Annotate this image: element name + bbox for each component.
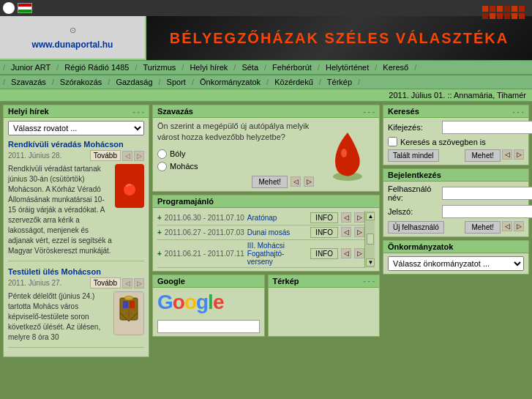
prog-arr-r-1[interactable]: ▷ (354, 212, 364, 223)
bej-mehet-group: Mehet! ◁ ▷ (465, 221, 524, 234)
svg-point-8 (341, 149, 347, 157)
google-title: Google (157, 277, 185, 286)
site-url: www.dunaportal.hu (32, 40, 113, 50)
onkormanyzatok-header: Önkormányzatok (383, 241, 528, 253)
radio-boly-input[interactable] (157, 149, 167, 159)
bej-mehet-btn[interactable]: Mehet! (465, 221, 501, 234)
news-date-2: 2011. Június 27. Tovább ◁ ▷ (8, 277, 144, 288)
bej-jelszo-input[interactable] (442, 205, 532, 218)
nav-feherboru[interactable]: Fehérborút (268, 62, 316, 72)
radio-mohacs-label: Mohács (170, 162, 198, 171)
arrow-right-2[interactable]: ▷ (134, 278, 144, 288)
nav-terkep[interactable]: Térkép (323, 77, 356, 87)
tovabb-btn-2[interactable]: Tovább (90, 277, 121, 288)
banner-text: BÉLYEGZŐHÁZAK SZÉLES VÁLASZTÉKA (170, 30, 509, 47)
programajanlо-title: Programajánló (157, 197, 214, 206)
prog-wrapper: + 2011.06.30 - 2011.07.10 Aratónap INFO … (157, 211, 375, 268)
nav-helyi-hirek[interactable]: Helyi hírek (185, 62, 232, 72)
svg-rect-3 (130, 301, 135, 308)
prog-arr-l-2[interactable]: ◁ (341, 227, 351, 237)
bejelentkezes-title: Bejelentkezés (388, 171, 441, 179)
bej-btn-row: Új felhasználó Mehet! ◁ ▷ (388, 221, 524, 234)
prog-title-2[interactable]: Dunai mosás (247, 228, 307, 236)
news-title-2[interactable]: Testületi ülés Mohácson (8, 267, 144, 276)
bej-arr-l[interactable]: ◁ (502, 221, 512, 231)
news-text-1: Rendkívüli véradást tartanak június 30-á… (8, 164, 112, 256)
onkormanyzatok-select[interactable]: Válassz önkormányzatot ... (388, 256, 524, 271)
prog-dates-2: 2011.06.27 - 2011.07.03 (165, 228, 244, 236)
prog-info-btn-3[interactable]: INFO (310, 248, 338, 259)
date-bar: 2011. Július 01. :: Annamária, Tihamér (0, 89, 532, 102)
kereses-arr-r[interactable]: ▷ (514, 149, 524, 160)
arrow-left-1[interactable]: ◁ (122, 151, 132, 161)
szavazas-decorative-svg (322, 125, 373, 184)
blood-image (115, 164, 144, 208)
prog-arr-l-3[interactable]: ◁ (341, 248, 351, 258)
kereses-szoveg-label: Keresés a szövegben is (400, 138, 486, 146)
szavazas-header: Szavazás - - - (153, 105, 379, 118)
middle-column: Szavazás - - - Ön szerint a megépülő új … (152, 105, 380, 357)
prog-dates-3: 2011.06.21 - 2011.07.11 (165, 250, 244, 258)
programajanlо-body: + 2011.06.30 - 2011.07.10 Aratónap INFO … (153, 208, 379, 271)
google-body: Google (153, 288, 264, 336)
kereses-mehet-btn[interactable]: Mehet! (465, 149, 501, 162)
bej-label-jelszo: Jelszó: (388, 207, 439, 216)
bejelentkezes-body: Felhasználó név: Jelszó: Új felhasználó … (383, 182, 528, 236)
prog-info-btn-1[interactable]: INFO (310, 212, 338, 223)
section-select[interactable]: Válassz rovatot ... (8, 121, 144, 135)
prog-title-1[interactable]: Aratónap (247, 214, 307, 222)
nav-gazdasag[interactable]: Gazdaság (111, 77, 157, 87)
system-bar (0, 0, 532, 16)
nav-radio[interactable]: Régió Rádió 1485 (60, 62, 133, 72)
google-search-input[interactable] (157, 320, 260, 333)
bej-arr-r[interactable]: ▷ (514, 221, 524, 231)
nav-kozerdeku[interactable]: Közérdekű (270, 77, 318, 87)
radio-mohacs-input[interactable] (157, 162, 167, 171)
prog-dates-1: 2011.06.30 - 2011.07.10 (165, 214, 244, 222)
szavazas-panel: Szavazás - - - Ön szerint a megépülő új … (152, 105, 380, 192)
nav-kereso[interactable]: Kereső (378, 62, 413, 72)
news-title-1[interactable]: Rendkívüli véradás Mohácson (8, 140, 144, 149)
kereses-mehet-group: Mehet! ◁ ▷ (465, 149, 524, 162)
kereses-arr-l[interactable]: ◁ (502, 149, 512, 160)
helyi-hirek-header: Helyi hírek - - - (4, 105, 149, 118)
tovabb-btn-1[interactable]: Tovább (90, 150, 121, 161)
nav-szavazas[interactable]: Szavazás (7, 77, 50, 87)
terkep-dots: - - - (363, 277, 375, 285)
nav-szorakozas[interactable]: Szórakozás (56, 77, 106, 87)
arrow-right-1[interactable]: ▷ (134, 151, 144, 161)
szavazas-arrow-r[interactable]: ▷ (304, 176, 314, 187)
nav-onkormanyzatok[interactable]: Önkormányzatok (195, 77, 265, 87)
szavazas-mehet-btn[interactable]: Mehet! (252, 176, 288, 188)
kereses-label-kif: Kifejezés: (388, 123, 439, 132)
szavazas-arrow-l[interactable]: ◁ (291, 176, 301, 187)
szavazas-image-area (320, 121, 375, 188)
nav-helytortenet[interactable]: Helytörténet (321, 62, 373, 72)
nav-junior-art[interactable]: Junior ART (7, 62, 55, 72)
prog-arr-r-3[interactable]: ▷ (354, 248, 364, 258)
kereses-talalt-btn[interactable]: Talált mindel (388, 149, 439, 162)
prog-arr-l-1[interactable]: ◁ (341, 212, 351, 223)
prog-scroll-up[interactable]: ▲ (366, 212, 375, 220)
header-area: ⊙ www.dunaportal.hu BÉLYEGZŐHÁZAK SZÉLES… (0, 16, 532, 60)
bej-felhasznalo-input[interactable] (442, 187, 532, 200)
prog-arr-r-2[interactable]: ▷ (354, 227, 364, 237)
bej-uj-btn[interactable]: Új felhasználó (388, 221, 444, 234)
bej-form-row-1: Felhasználó név: (388, 184, 524, 202)
nav-sport[interactable]: Sport (162, 77, 190, 87)
prog-scroll-dn[interactable]: ▼ (366, 258, 375, 266)
logo-area: ⊙ www.dunaportal.hu (0, 16, 146, 60)
onkormanyzatok-body: Válassz önkormányzatot ... (383, 253, 528, 274)
arrow-left-2[interactable]: ◁ (122, 278, 132, 288)
news-item-1: Rendkívüli véradás Mohácson 2011. Június… (8, 140, 144, 261)
main-content: Helyi hírek - - - Válassz rovatot ... Re… (0, 102, 532, 360)
prog-info-btn-2[interactable]: INFO (310, 227, 338, 238)
nav-seta[interactable]: Séta (237, 62, 263, 72)
os-icon (3, 2, 15, 14)
prog-item-3: + 2011.06.21 - 2011.07.11 III. Mohácsi F… (157, 240, 364, 268)
prog-title-3[interactable]: III. Mohácsi Fogathajtó-verseny (247, 242, 307, 266)
programajanlо-header: Programajánló (153, 195, 379, 208)
kereses-checkbox[interactable] (388, 137, 397, 146)
nav-turizmus[interactable]: Turizmus (138, 62, 180, 72)
kereses-input[interactable] (442, 121, 532, 134)
